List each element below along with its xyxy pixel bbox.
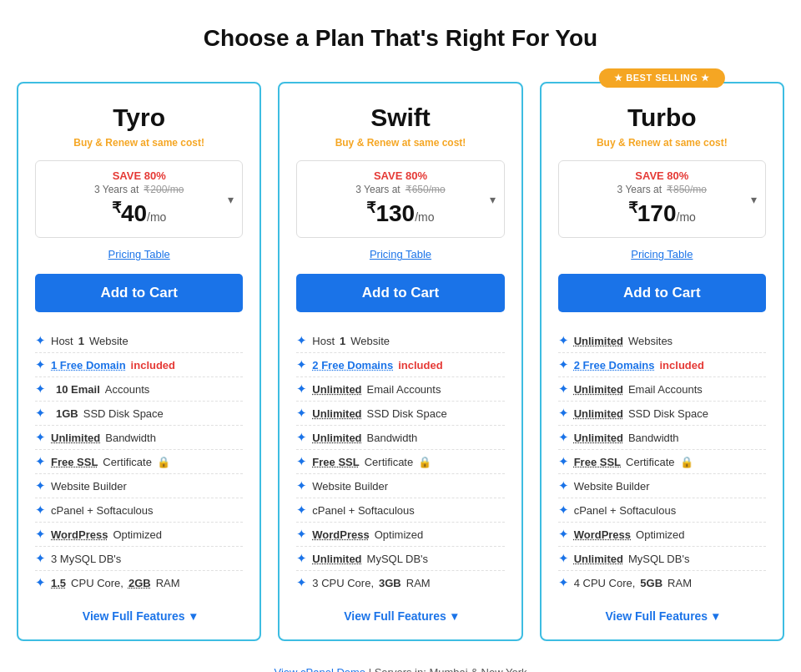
save-label: SAVE 80%: [309, 169, 491, 182]
check-icon: ✦: [558, 430, 569, 445]
view-full-features-label: View Full Features: [605, 609, 708, 623]
feature-bold: Unlimited: [574, 335, 623, 347]
feature-text: Bandwidth: [628, 432, 679, 444]
feature-item: ✦2 Free Domains included: [296, 353, 504, 377]
feature-text: Website Builder: [574, 480, 650, 493]
feature-highlight: 1 Free Domain: [51, 359, 126, 371]
add-to-cart-button[interactable]: Add to Cart: [296, 274, 504, 312]
original-price-row: 3 Years at ₹200/mo: [48, 184, 230, 195]
feature-bold: 1.5: [51, 577, 66, 589]
view-full-features-link[interactable]: View Full Features ▾: [296, 609, 504, 623]
years-label: 3 Years at: [617, 184, 662, 195]
feature-bold: Unlimited: [312, 553, 361, 565]
feature-text: Host: [51, 335, 73, 347]
cpanel-demo-link[interactable]: View cPanel Demo: [274, 666, 365, 672]
check-icon: ✦: [296, 454, 307, 469]
years-label: 3 Years at: [355, 184, 400, 195]
plan-card-tyro: Tyro Buy & Renew at same cost! SAVE 80% …: [17, 82, 261, 641]
view-full-features-link[interactable]: View Full Features ▾: [35, 609, 243, 623]
check-icon: ✦: [35, 454, 46, 469]
check-icon: ✦: [35, 381, 46, 397]
feature-text: CPU Core,: [71, 577, 123, 589]
feature-text: RAM: [668, 577, 692, 589]
pricing-table-link[interactable]: Pricing Table: [558, 248, 766, 260]
feature-text: SSD Disk Space: [367, 407, 447, 420]
plan-name: Swift: [296, 104, 504, 132]
original-price: ₹650/mo: [406, 184, 446, 195]
feature-bold: Free SSL: [51, 456, 98, 468]
check-icon: ✦: [296, 527, 307, 542]
current-price: ₹170/mo: [571, 199, 753, 227]
add-to-cart-button[interactable]: Add to Cart: [558, 274, 766, 312]
original-price-row: 3 Years at ₹650/mo: [309, 184, 491, 195]
dropdown-arrow-icon[interactable]: ▾: [490, 193, 496, 206]
plan-name: Turbo: [558, 104, 766, 132]
features-list: ✦Host 1 Website✦1 Free Domain included✦1…: [35, 329, 243, 594]
pricing-box: SAVE 80% 3 Years at ₹850/mo ₹170/mo ▾: [558, 160, 766, 238]
feature-text: Websites: [628, 335, 673, 347]
check-icon: ✦: [296, 406, 307, 421]
feature-item: ✦1.5 CPU Core, 2GB RAM: [35, 571, 243, 594]
feature-text: MySQL DB's: [367, 553, 429, 565]
feature-item: ✦Unlimited Email Accounts: [558, 377, 766, 402]
feature-text: Certificate: [365, 456, 414, 468]
check-icon: ✦: [558, 503, 569, 518]
feature-item: ✦Host 1 Website: [35, 329, 243, 353]
feature-bold: Unlimited: [51, 432, 100, 444]
plan-card-turbo: ★ BEST SELLING ★ Turbo Buy & Renew at sa…: [540, 82, 784, 641]
feature-item: ✦Unlimited SSD Disk Space: [296, 402, 504, 426]
feature-text: Accounts: [105, 383, 149, 396]
check-icon: ✦: [558, 551, 569, 566]
check-icon: ✦: [296, 478, 307, 493]
add-to-cart-button[interactable]: Add to Cart: [35, 274, 243, 312]
feature-item: ✦Unlimited MySQL DB's: [558, 547, 766, 571]
plan-tagline: Buy & Renew at same cost!: [296, 137, 504, 149]
feature-text: Optimized: [636, 528, 685, 541]
feature-bold: Unlimited: [574, 553, 623, 565]
check-icon: ✦: [35, 503, 46, 518]
feature-text: Optimized: [375, 528, 424, 541]
feature-text: Host: [312, 335, 335, 347]
ssl-icon: 🔒: [157, 456, 170, 468]
feature-text: Optimized: [113, 528, 162, 541]
plan-tagline: Buy & Renew at same cost!: [558, 137, 766, 149]
feature-bold: Unlimited: [574, 432, 623, 444]
feature-item: ✦Unlimited Bandwidth: [296, 426, 504, 450]
pricing-table-link[interactable]: Pricing Table: [296, 248, 504, 260]
check-icon: ✦: [558, 406, 569, 421]
check-icon: ✦: [296, 575, 307, 590]
feature-bold: WordPress: [51, 528, 108, 541]
check-icon: ✦: [558, 381, 569, 397]
pricing-table-link[interactable]: Pricing Table: [35, 248, 243, 260]
feature-text: Bandwidth: [105, 432, 156, 444]
feature-item: ✦Website Builder: [558, 474, 766, 498]
view-full-features-link[interactable]: View Full Features ▾: [558, 609, 766, 623]
feature-bold: 10 Email: [56, 383, 100, 396]
check-icon: ✦: [35, 527, 46, 542]
feature-item: ✦cPanel + Softaculous: [35, 498, 243, 523]
feature-item: ✦3 MySQL DB's: [35, 547, 243, 571]
feature-bold: 1GB: [56, 407, 78, 420]
currency-symbol: ₹: [628, 200, 637, 216]
plans-container: Tyro Buy & Renew at same cost! SAVE 80% …: [17, 82, 784, 641]
ssl-icon: 🔒: [418, 456, 431, 468]
feature-bold: Unlimited: [312, 383, 361, 396]
page-title: Choose a Plan That's Right For You: [204, 25, 597, 52]
feature-text: RAM: [406, 577, 431, 589]
feature-bold: Unlimited: [574, 383, 623, 396]
check-icon: ✦: [35, 575, 46, 590]
feature-item: ✦Free SSL Certificate 🔒: [296, 450, 504, 474]
feature-item: ✦1 Free Domain included: [35, 353, 243, 377]
check-icon: ✦: [558, 575, 569, 590]
feature-text: cPanel + Softaculous: [574, 504, 677, 517]
check-icon: ✦: [296, 551, 307, 566]
footer-servers: Servers in: Mumbai & New York: [375, 666, 527, 672]
years-label: 3 Years at: [94, 184, 139, 195]
feature-bold: WordPress: [312, 528, 369, 541]
feature-text: Website: [89, 335, 128, 347]
check-icon: ✦: [558, 333, 569, 348]
feature-item: ✦3 CPU Core, 3GB RAM: [296, 571, 504, 594]
ssl-icon: 🔒: [680, 456, 693, 468]
dropdown-arrow-icon[interactable]: ▾: [751, 193, 757, 206]
dropdown-arrow-icon[interactable]: ▾: [228, 193, 234, 206]
